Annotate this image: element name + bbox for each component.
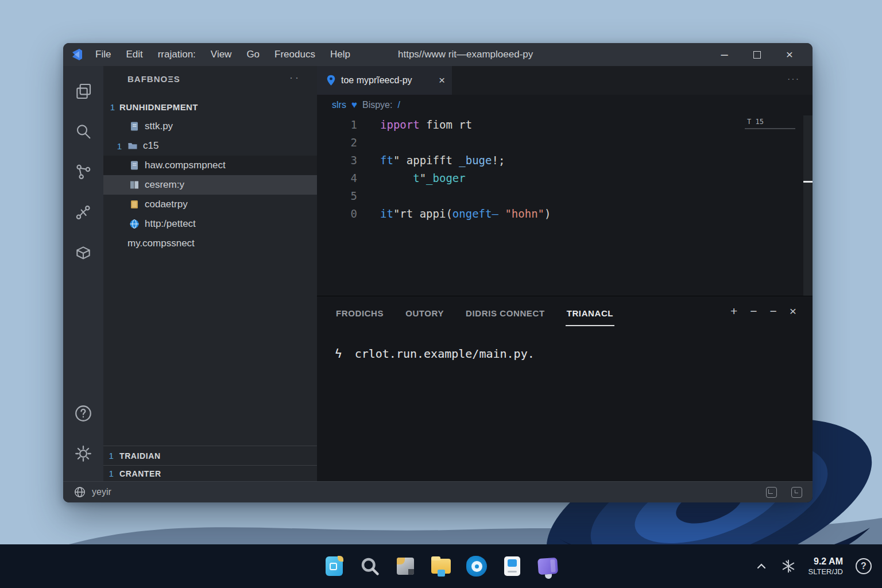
code-token: appifft [400, 154, 459, 167]
status-notifications-icon[interactable] [791, 487, 802, 498]
tray-snowflake-icon[interactable] [781, 559, 796, 574]
line-number: 0 [317, 207, 357, 220]
menu-file[interactable]: File [95, 49, 111, 60]
globe-icon [129, 219, 140, 229]
sidebar-more-icon[interactable]: ·· [289, 72, 301, 84]
panel-tab-problems[interactable]: FRODICHS [335, 305, 385, 322]
tree-item-file[interactable]: codaetrpy [103, 195, 317, 214]
sidebar-header: BAFBNOΞS [127, 74, 180, 84]
widgets-shape [326, 556, 343, 576]
code-token: ) [544, 207, 551, 220]
line-number: 1 [317, 118, 357, 131]
explorer-icon[interactable] [71, 79, 96, 104]
tree-item-folder[interactable]: 1 c15 [103, 136, 317, 156]
panel-close-icon[interactable]: × [790, 304, 796, 318]
status-left-label[interactable]: yeyir [92, 487, 111, 497]
tray-notification-icon[interactable]: ? [856, 558, 872, 574]
pin-icon [326, 75, 336, 86]
tree-item-label: codaetrpy [145, 199, 188, 210]
extensions-icon[interactable] [71, 239, 96, 265]
tree-item-root[interactable]: 1 RUNHIDNEPMENT [103, 97, 317, 117]
editor-overlay-label: T 15 [745, 117, 795, 129]
taskbar-photos-icon[interactable] [393, 554, 418, 579]
line-number: 4 [317, 172, 357, 184]
panel-minimize-icon[interactable]: − [750, 304, 757, 318]
menu-view[interactable]: View [211, 49, 232, 60]
menu-navigation[interactable]: rrajation: [158, 49, 196, 60]
code-token: _boger [426, 172, 466, 184]
settings-gear-icon[interactable] [71, 441, 96, 466]
source-control-icon[interactable] [71, 159, 96, 184]
tree-item-label: haw.compsmpnect [145, 160, 226, 171]
terminal-command: crlot.run.example/main.py. [355, 347, 535, 361]
minimize-button[interactable]: – [721, 47, 728, 62]
code-token: ipport [380, 118, 420, 131]
menu-edit[interactable]: Edit [126, 49, 142, 60]
breadcrumb: slrs ♥ Bispye: / [317, 95, 813, 115]
photos-shape [397, 558, 414, 575]
panel-tab-debug-console[interactable]: DIDRIS CONNECT [465, 305, 546, 322]
breadcrumb-item[interactable]: slrs [332, 100, 346, 110]
code-line: 0 it"rt appi(ongeft– "hohn") [317, 204, 813, 222]
maximize-button[interactable] [753, 51, 761, 59]
breadcrumb-item[interactable]: Bispye: [362, 100, 392, 110]
bottom-panel: FRODICHS OUTORY DIDRIS CONNECT TRIANACL … [317, 296, 813, 481]
taskbar-file-explorer-icon[interactable] [428, 554, 454, 579]
line-number: 2 [317, 136, 357, 149]
taskbar-browser-icon[interactable] [464, 554, 489, 579]
taskbar-clock[interactable]: 9.2 AM SLTER/JD [808, 556, 843, 577]
code-token: t [413, 172, 419, 184]
menu-go[interactable]: Go [246, 49, 260, 60]
search-icon[interactable] [71, 119, 96, 144]
tree-item-file[interactable]: haw.compsmpnect [103, 156, 317, 175]
clock-time: 9.2 AM [808, 556, 843, 567]
taskbar-widgets-icon[interactable] [322, 554, 347, 579]
branch-icon[interactable] [71, 199, 96, 225]
status-bar: yeyir [63, 481, 813, 502]
editor-tab[interactable]: toe myprĩeecd-py × [317, 66, 452, 95]
panel-add-icon[interactable]: + [730, 304, 737, 318]
code-token [498, 207, 505, 220]
menu-help[interactable]: Help [330, 49, 350, 60]
tree-item-plain[interactable]: my.compssnect [103, 234, 317, 253]
titlebar: File Edit rrajation: View Go Freoducs He… [63, 43, 813, 66]
taskbar-search-icon[interactable] [357, 554, 382, 579]
file-yellow-icon [129, 199, 140, 210]
window-title: https//www rit—examploeed-py [398, 43, 533, 66]
panel-tab-output[interactable]: OUTORY [404, 305, 445, 322]
menu-products[interactable]: Freoducs [274, 49, 315, 60]
taskbar-device-icon[interactable] [535, 554, 560, 579]
section-cranter[interactable]: 1 CRANTER [103, 465, 317, 481]
close-button[interactable]: × [786, 48, 793, 61]
tabbar-more-icon[interactable]: ··· [787, 74, 800, 84]
file-icon [129, 121, 140, 131]
tree-item-label: sttk.py [145, 121, 173, 132]
code-token: fiom rt [420, 118, 473, 131]
code-token: ft [380, 154, 393, 167]
tree-item-label: cesrem:y [145, 179, 184, 191]
section-traidian[interactable]: 1 TRAIDIAN [103, 446, 317, 465]
code-token: _buge [459, 154, 492, 167]
editor-scrollbar[interactable] [803, 115, 813, 296]
tree-item-label: my.compssnect [127, 238, 195, 249]
terminal[interactable]: ϟ crlot.run.example/main.py. [335, 347, 535, 361]
panel-tab-terminal[interactable]: TRIANACL [566, 305, 614, 322]
section-badge: 1 [107, 469, 116, 478]
code-token: it [380, 207, 393, 220]
item-badge: 1 [115, 141, 124, 151]
status-layout-icon[interactable] [766, 487, 777, 498]
taskbar-store-icon[interactable] [500, 554, 525, 579]
tree-item-file-selected[interactable]: cesrem:y [103, 175, 317, 195]
store-shape [504, 556, 520, 576]
tree-item-label: RUNHIDNEPMENT [119, 102, 198, 112]
section-badge: 1 [107, 451, 116, 461]
code-area[interactable]: T 15 1 ipport fiom rt 2 3 ft" appifft _b… [317, 115, 813, 296]
tree-item-link[interactable]: http:/pettect [103, 214, 317, 234]
breadcrumb-separator: / [397, 100, 400, 110]
tray-chevron-up-icon[interactable] [755, 559, 768, 573]
tab-close-icon[interactable]: × [439, 74, 445, 87]
help-icon[interactable] [71, 401, 96, 426]
clock-date: SLTER/JD [808, 567, 843, 577]
panel-minimize-icon[interactable]: − [769, 304, 776, 318]
tree-item-file[interactable]: sttk.py [103, 117, 317, 136]
